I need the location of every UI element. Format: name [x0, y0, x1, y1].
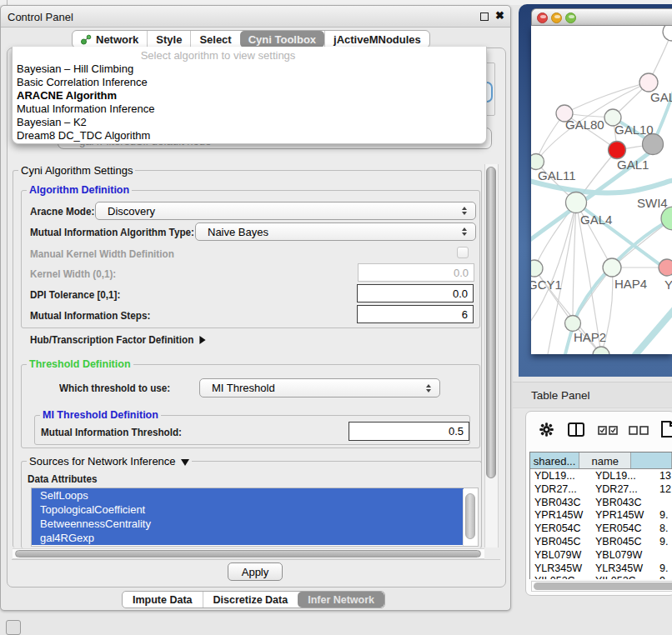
sources-title-label: Sources for Network Inference	[29, 455, 176, 468]
settings-hscroll-thumb[interactable]	[15, 550, 481, 558]
tab-label: Style	[156, 33, 182, 46]
column-header-shared[interactable]: shared...	[530, 452, 579, 468]
tab-select[interactable]: Select	[190, 31, 239, 48]
algorithm-option[interactable]: Dream8 DC_TDC Algorithm	[13, 129, 486, 142]
attribute-list-item[interactable]: TopologicalCoefficient	[32, 502, 464, 517]
network-node[interactable]	[566, 192, 587, 213]
algorithm-option[interactable]: Basic Correlation Inference	[13, 76, 486, 89]
algorithm-option[interactable]: Bayesian – Hill Climbing	[13, 62, 486, 76]
table-row[interactable]: YPR145WYPR145W9.	[530, 509, 672, 522]
table-panel-title: Table Panel	[531, 389, 590, 402]
node-label: GAL1	[617, 158, 649, 172]
network-icon	[81, 34, 92, 45]
collapsed-panel-icon[interactable]	[6, 620, 21, 635]
sources-title[interactable]: Sources for Network Inference	[27, 455, 192, 468]
close-icon[interactable]: ✖	[495, 9, 504, 22]
tab-impute-data[interactable]: Impute Data	[123, 592, 203, 608]
table-row[interactable]: YDL19...YDL19...13	[530, 470, 672, 483]
combobox-value: Naive Bayes	[208, 226, 268, 238]
table-row[interactable]: YLR345WYLR345W9.	[530, 562, 672, 576]
node-label: HAP2	[574, 330, 606, 344]
table-cell	[655, 497, 672, 510]
tab-infer-network[interactable]: Infer Network	[298, 592, 384, 608]
attribute-list-item[interactable]: BetweennessCentrality	[32, 517, 464, 531]
table-hscroll-thumb[interactable]	[534, 582, 672, 590]
table-row[interactable]: YBR045CYBR045C9.	[530, 536, 672, 549]
aracne-mode-combobox[interactable]: Discovery	[95, 202, 476, 220]
kernel-width-field[interactable]: 0.0	[358, 263, 474, 282]
unchecked-checkboxes-icon[interactable]	[629, 426, 649, 435]
mi-steps-field[interactable]: 6	[357, 305, 474, 323]
close-traffic-light[interactable]	[537, 12, 548, 23]
control-panel-titlebar[interactable]: Control Panel ✖	[1, 6, 510, 28]
mi-threshold-field[interactable]: 0.5	[349, 422, 469, 441]
tab-label: Impute Data	[133, 594, 193, 606]
network-node[interactable]	[643, 134, 664, 155]
table-row[interactable]: YBR043CYBR043C	[530, 497, 672, 510]
network-node[interactable]	[659, 259, 672, 276]
network-node[interactable]	[531, 260, 543, 277]
gear-icon[interactable]	[539, 422, 554, 437]
table-row[interactable]: YIL052CYIL052C9.	[530, 575, 672, 579]
spinner-arrows-icon	[462, 207, 468, 215]
mi-steps-label: Mutual Information Steps:	[30, 309, 150, 322]
mi-type-label: Mutual Information Algorithm Type:	[30, 226, 194, 238]
tab-label: Network	[96, 33, 138, 46]
tab-style[interactable]: Style	[147, 31, 190, 48]
dpi-tolerance-field[interactable]: 0.0	[357, 284, 474, 302]
attribute-list-item[interactable]: gal4RGexp	[32, 531, 464, 545]
table-cell	[655, 549, 672, 562]
table-cell: 9.	[655, 536, 672, 549]
mi-type-combobox[interactable]: Naive Bayes	[195, 222, 476, 241]
column-header-partial[interactable]	[631, 452, 672, 468]
table-cell: 13	[655, 470, 672, 483]
column-header-name[interactable]: name	[579, 452, 631, 468]
table-cell: YDR27...	[591, 483, 655, 497]
table-row[interactable]: YDR27...YDR27...12	[530, 483, 672, 497]
node-label: GAL10	[614, 122, 654, 137]
tab-cyni-toolbox[interactable]: Cyni Toolbox	[240, 31, 324, 48]
network-node[interactable]	[531, 154, 544, 170]
algorithm-option[interactable]: ARACNE Algorithm	[13, 89, 486, 102]
network-node[interactable]	[603, 258, 621, 277]
algorithm-popup-list: Bayesian – Hill ClimbingBasic Correlatio…	[13, 62, 486, 142]
tab-network[interactable]: Network	[73, 31, 147, 48]
spinner-arrows-icon	[462, 228, 468, 236]
settings-vscroll-thumb[interactable]	[486, 167, 496, 478]
zoom-traffic-light[interactable]	[565, 12, 576, 23]
apply-button[interactable]: Apply	[228, 562, 283, 581]
table-cell: YDR27...	[530, 483, 591, 497]
checked-checkboxes-icon[interactable]	[598, 426, 619, 435]
algorithm-option[interactable]: Bayesian – K2	[13, 116, 486, 129]
algorithm-dropdown-popup: Select algorithm to view settings Bayesi…	[12, 47, 487, 144]
table-row[interactable]: YER054CYER054C8.	[530, 522, 672, 536]
network-node[interactable]	[609, 142, 626, 159]
hub-definition-expander[interactable]: Hub/Transcription Factor Definition	[30, 333, 206, 346]
list-vertical-scrollbar[interactable]	[463, 489, 477, 546]
tab-jactivemnodules[interactable]: jActiveMNodules	[324, 31, 429, 48]
network-node[interactable]	[639, 73, 658, 92]
algorithm-option[interactable]: Mutual Information Inference	[13, 102, 486, 116]
control-panel-title: Control Panel	[8, 11, 73, 23]
manual-kernel-checkbox[interactable]	[457, 247, 469, 258]
split-columns-icon[interactable]	[568, 422, 584, 437]
mi-threshold-label: Mutual Information Threshold:	[41, 426, 182, 438]
float-window-icon[interactable]	[480, 12, 489, 21]
table-row[interactable]: YBL079WYBL079W	[530, 549, 672, 562]
network-node[interactable]	[663, 26, 672, 41]
minimize-traffic-light[interactable]	[551, 12, 562, 23]
data-attributes-list: SelfLoopsTopologicalCoefficientBetweenne…	[31, 488, 479, 547]
document-icon[interactable]	[660, 421, 672, 438]
node-label: GAL11	[538, 168, 576, 182]
spinner-arrows-icon	[426, 384, 432, 392]
network-window-titlebar[interactable]	[531, 8, 672, 26]
network-node[interactable]	[565, 316, 581, 332]
which-threshold-combobox[interactable]: MI Threshold	[199, 378, 440, 398]
table-cell: 9.	[655, 509, 672, 522]
tab-discretize-data[interactable]: Discretize Data	[203, 592, 298, 608]
table-header-row: shared... name	[530, 452, 672, 469]
table-cell: YBR045C	[591, 536, 655, 549]
scrollbar-thumb[interactable]	[465, 493, 475, 539]
attribute-list-item[interactable]: SelfLoops	[32, 488, 464, 502]
network-canvas[interactable]: GAL2GAL80GAL10GAL11GAL4SWI4GCY1HAP4YHAP2…	[531, 26, 672, 354]
